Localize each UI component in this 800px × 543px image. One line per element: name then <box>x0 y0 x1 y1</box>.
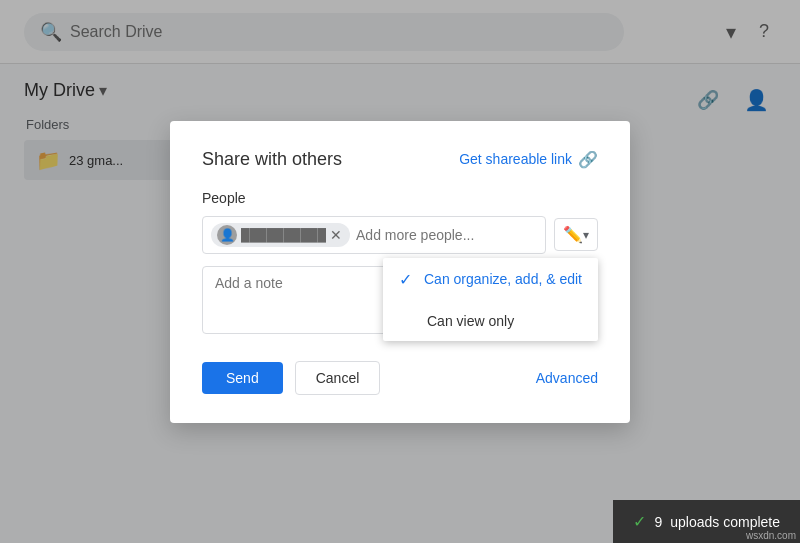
toast-check-icon: ✓ <box>633 512 646 531</box>
permission-view-item[interactable]: Can view only <box>383 301 598 341</box>
dialog-header: Share with others Get shareable link 🔗 <box>202 149 598 170</box>
add-more-people-input[interactable] <box>356 227 537 243</box>
person-chip-name: ██████████ <box>241 228 326 242</box>
share-dialog: Share with others Get shareable link 🔗 P… <box>170 121 630 423</box>
advanced-link[interactable]: Advanced <box>536 370 598 386</box>
toast-count: 9 <box>654 514 662 530</box>
permission-dropdown: ✓ Can organize, add, & edit Can view onl… <box>383 258 598 341</box>
chip-close-button[interactable]: ✕ <box>330 228 342 242</box>
dialog-title: Share with others <box>202 149 342 170</box>
toast-message: uploads complete <box>670 514 780 530</box>
link-chain-icon: 🔗 <box>578 150 598 169</box>
modal-overlay: Share with others Get shareable link 🔗 P… <box>0 0 800 543</box>
person-chip: 👤 ██████████ ✕ <box>211 223 350 247</box>
permission-edit-label: Can organize, add, & edit <box>424 271 582 287</box>
people-input-row: 👤 ██████████ ✕ ✏️ ▾ ✓ Can organize, add,… <box>202 216 598 254</box>
watermark: wsxdn.com <box>746 530 796 541</box>
permission-edit-item[interactable]: ✓ Can organize, add, & edit <box>383 258 598 301</box>
chevron-down-icon: ▾ <box>583 228 589 242</box>
permission-edit-button[interactable]: ✏️ ▾ <box>554 218 598 251</box>
person-avatar: 👤 <box>217 225 237 245</box>
avatar-icon: 👤 <box>220 228 235 242</box>
permission-view-label: Can view only <box>427 313 514 329</box>
people-label: People <box>202 190 598 206</box>
send-button[interactable]: Send <box>202 362 283 394</box>
get-shareable-link-button[interactable]: Get shareable link 🔗 <box>459 150 598 169</box>
dialog-footer: Send Cancel Advanced <box>202 361 598 395</box>
pencil-icon: ✏️ <box>563 225 583 244</box>
shareable-link-label: Get shareable link <box>459 151 572 167</box>
people-input-field[interactable]: 👤 ██████████ ✕ <box>202 216 546 254</box>
check-icon: ✓ <box>399 270 412 289</box>
cancel-button[interactable]: Cancel <box>295 361 381 395</box>
